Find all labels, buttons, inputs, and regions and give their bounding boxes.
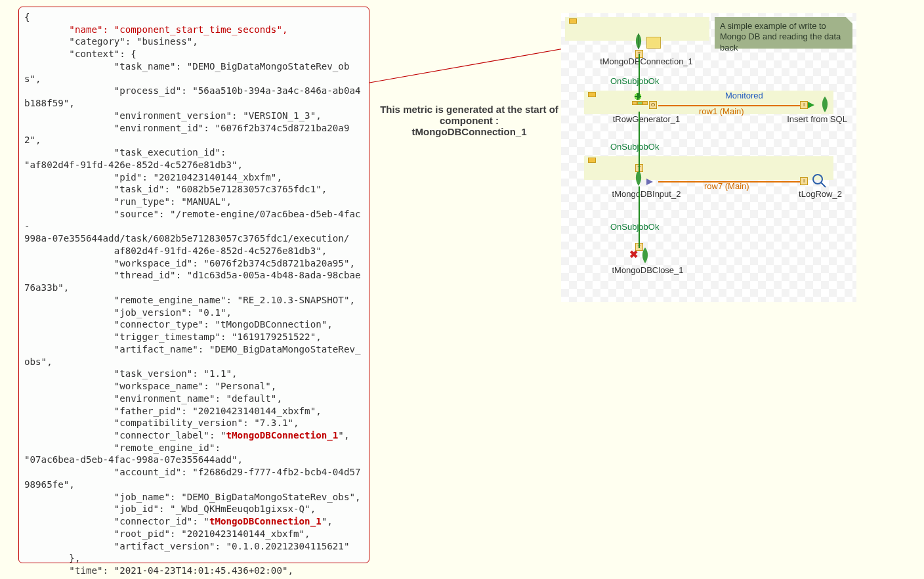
monitored-label: Monitored <box>725 91 763 100</box>
svg-line-2 <box>821 182 826 187</box>
flow-row1-label: row1 (Main) <box>699 106 744 116</box>
component-tmongodbinput[interactable]: tMongoDBInput_2 <box>600 189 692 199</box>
minimize-handle-icon[interactable] <box>569 18 577 24</box>
json-metric-text: { "name": "component_start_time_seconds"… <box>24 11 364 579</box>
subjob-link-3 <box>639 186 640 248</box>
close-x-icon: ✖ <box>629 248 638 261</box>
subjob-link-1 <box>639 54 640 98</box>
onsubjobok-label-3: OnSubjobOk <box>610 222 659 232</box>
component-tlogrow[interactable]: tLogRow_2 <box>784 189 856 199</box>
plus-icon <box>633 92 642 101</box>
mongodb-leaf-icon <box>632 33 645 50</box>
connection-chip-icon <box>646 37 661 49</box>
minimize-handle-icon[interactable] <box>588 158 596 163</box>
annotation-caption: This metric is generated at the start of… <box>377 104 561 137</box>
component-trowgenerator[interactable]: tRowGenerator_1 <box>600 114 692 124</box>
svg-point-1 <box>813 175 822 184</box>
onsubjobok-label-1: OnSubjobOk <box>610 76 659 86</box>
arrow-right-icon <box>808 100 817 110</box>
mongodb-leaf-icon <box>818 96 831 113</box>
component-tmongodbclose[interactable]: tMongoDBClose_1 <box>602 265 694 275</box>
onsubjobok-label-2: OnSubjobOk <box>610 142 659 152</box>
json-metric-panel: { "name": "component_start_time_seconds"… <box>18 7 369 563</box>
component-mongodb-connection[interactable]: tMongoDBConnection_1 <box>587 56 705 66</box>
minimize-handle-icon[interactable] <box>588 92 596 97</box>
arrow-right-icon <box>646 177 656 186</box>
subjob-link-2 <box>639 112 640 172</box>
subjob-strip-3 <box>584 156 833 180</box>
port-badge-icon: I <box>800 101 808 109</box>
magnifier-icon <box>812 173 826 188</box>
port-badge-icon: O <box>649 101 657 109</box>
mongodb-leaf-icon <box>639 247 652 264</box>
flow-row7-label: row7 (Main) <box>704 181 749 191</box>
port-badge-icon: I <box>800 177 808 185</box>
design-note: A simple example of write to Mongo DB an… <box>715 17 852 49</box>
job-design-canvas[interactable]: A simple example of write to Mongo DB an… <box>561 13 856 302</box>
component-insert-from-sql[interactable]: Insert from SQL <box>771 114 863 124</box>
